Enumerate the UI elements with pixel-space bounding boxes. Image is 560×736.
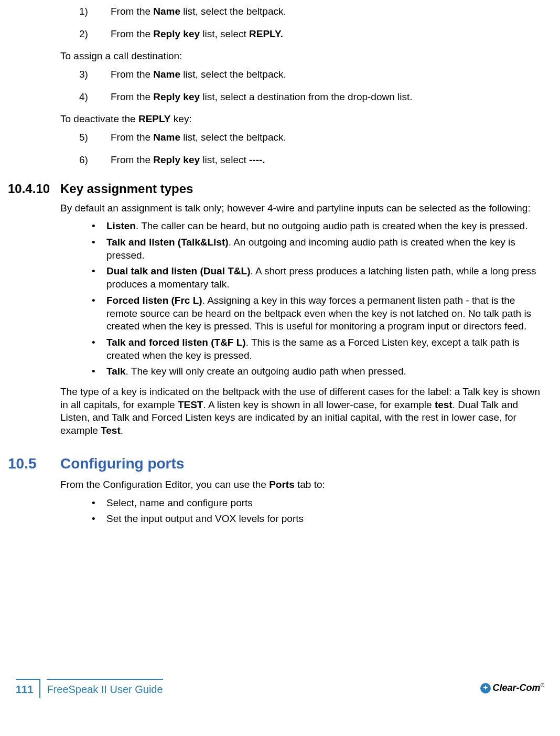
bullet-icon: • bbox=[92, 220, 106, 233]
bullet-text: Talk and listen (Talk&List). An outgoing… bbox=[106, 236, 544, 262]
heading-10-5: 10.5 Configuring ports bbox=[60, 454, 544, 473]
step-text: From the Reply key list, select REPLY. bbox=[111, 28, 283, 41]
step-number: 5) bbox=[79, 131, 111, 144]
key-type-paragraph: The type of a key is indicated on the be… bbox=[60, 386, 544, 438]
step-text: From the Reply key list, select a destin… bbox=[111, 91, 413, 104]
heading-10-4-10: 10.4.10 Key assignment types bbox=[60, 180, 544, 197]
step-text: From the Name list, select the beltpack. bbox=[111, 131, 286, 144]
paragraph-deactivate: To deactivate the REPLY key: bbox=[60, 113, 544, 126]
bullet-select-ports: • Select, name and configure ports bbox=[92, 497, 544, 510]
clearcom-logo: ✦ Clear-Com® bbox=[480, 682, 544, 694]
intro-text: By default an assignment is talk only; h… bbox=[60, 202, 544, 215]
step-number: 2) bbox=[79, 28, 111, 41]
step-3: 3) From the Name list, select the beltpa… bbox=[79, 68, 544, 81]
bullet-text: Select, name and configure ports bbox=[106, 497, 253, 510]
step-text: From the Name list, select the beltpack. bbox=[111, 5, 286, 18]
bullet-icon: • bbox=[92, 265, 106, 291]
bullet-icon: • bbox=[92, 236, 106, 262]
bullet-icon: • bbox=[92, 294, 106, 333]
step-number: 4) bbox=[79, 91, 111, 104]
section-number: 10.4.10 bbox=[8, 180, 60, 197]
page-footer: 111 FreeSpeak II User Guide ✦ Clear-Com® bbox=[16, 675, 544, 698]
step-6: 6) From the Reply key list, select ----. bbox=[79, 154, 544, 167]
ports-intro: From the Configuration Editor, you can u… bbox=[60, 478, 544, 492]
step-text: From the Reply key list, select ----. bbox=[111, 154, 265, 167]
step-1: 1) From the Name list, select the beltpa… bbox=[79, 5, 544, 18]
bullet-text: Talk. The key will only create an outgoi… bbox=[106, 365, 406, 378]
bullet-text: Talk and forced listen (T&F L). This is … bbox=[106, 336, 544, 362]
bullet-dual-talk-listen: • Dual talk and listen (Dual T&L). A sho… bbox=[92, 265, 544, 291]
section-number: 10.5 bbox=[8, 454, 60, 473]
bullet-icon: • bbox=[92, 336, 106, 362]
step-number: 1) bbox=[79, 5, 111, 18]
bullet-set-levels: • Set the input output and VOX levels fo… bbox=[92, 513, 544, 526]
bullet-icon: • bbox=[92, 513, 106, 526]
guide-title: FreeSpeak II User Guide bbox=[47, 679, 163, 698]
step-text: From the Name list, select the beltpack. bbox=[111, 68, 286, 81]
bullet-text: Forced listen (Frc L). Assigning a key i… bbox=[106, 294, 544, 333]
bullet-text: Listen. The caller can be heard, but no … bbox=[106, 220, 527, 233]
step-4: 4) From the Reply key list, select a des… bbox=[79, 91, 544, 104]
bullet-icon: • bbox=[92, 497, 106, 510]
bullet-talk: • Talk. The key will only create an outg… bbox=[92, 365, 544, 378]
step-2: 2) From the Reply key list, select REPLY… bbox=[79, 28, 544, 41]
logo-text: Clear-Com® bbox=[493, 682, 544, 694]
step-5: 5) From the Name list, select the beltpa… bbox=[79, 131, 544, 144]
step-number: 3) bbox=[79, 68, 111, 81]
step-number: 6) bbox=[79, 154, 111, 167]
bullet-text: Dual talk and listen (Dual T&L). A short… bbox=[106, 265, 544, 291]
section-title: Configuring ports bbox=[60, 454, 184, 473]
page-number: 111 bbox=[16, 679, 40, 698]
paragraph-assign-call: To assign a call destination: bbox=[60, 50, 544, 63]
bullet-icon: • bbox=[92, 365, 106, 378]
bullet-forced-listen: • Forced listen (Frc L). Assigning a key… bbox=[92, 294, 544, 333]
globe-icon: ✦ bbox=[480, 683, 491, 694]
bullet-listen: • Listen. The caller can be heard, but n… bbox=[92, 220, 544, 233]
bullet-talk-forced-listen: • Talk and forced listen (T&F L). This i… bbox=[92, 336, 544, 362]
bullet-talk-listen: • Talk and listen (Talk&List). An outgoi… bbox=[92, 236, 544, 262]
bullet-text: Set the input output and VOX levels for … bbox=[106, 513, 304, 526]
section-title: Key assignment types bbox=[60, 180, 193, 197]
